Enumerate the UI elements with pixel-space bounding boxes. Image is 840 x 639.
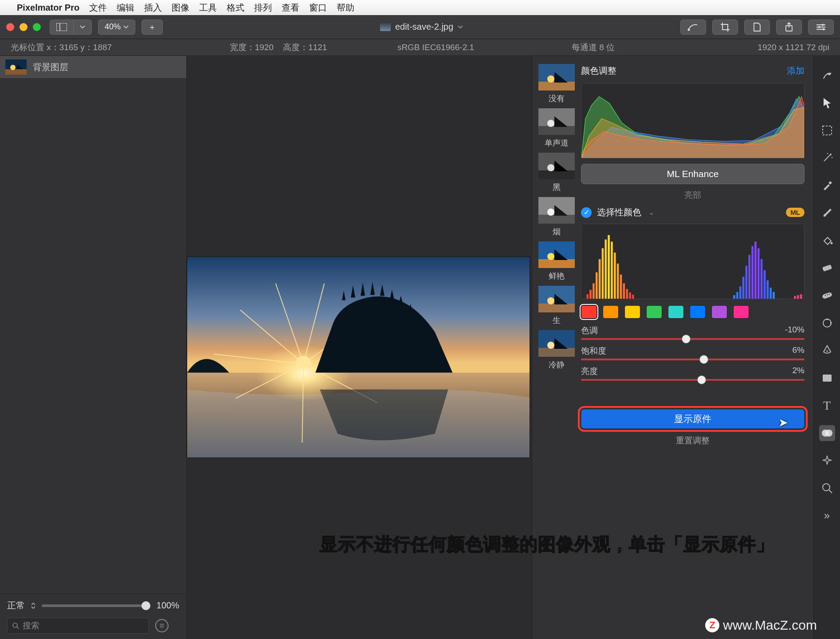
opacity-slider[interactable] [42, 604, 150, 607]
magic-wand-icon[interactable] [819, 150, 835, 166]
heal-tool-icon[interactable] [819, 288, 835, 304]
svg-rect-54 [604, 240, 607, 299]
swatch-orange[interactable] [603, 305, 619, 319]
layer-filter-button[interactable]: ≡ [155, 619, 169, 632]
menubar-format[interactable]: 格式 [227, 2, 244, 14]
zoom-selector[interactable]: 40% [98, 20, 135, 35]
preset-mono[interactable]: 单声道 [538, 108, 575, 148]
color-swatches [581, 304, 805, 320]
canvas-area[interactable]: 显示不进行任何颜色调整的图像外观，单击「显示原件」 [187, 56, 532, 639]
sidebar-dropdown-button[interactable] [74, 20, 92, 35]
preset-none[interactable]: 没有 [538, 64, 575, 104]
minimize-window-button[interactable] [20, 23, 27, 31]
swatch-yellow[interactable] [624, 305, 640, 319]
eraser-tool-icon[interactable] [819, 260, 835, 276]
reset-adjustments-button[interactable]: 重置调整 [581, 435, 805, 446]
hue-slider[interactable] [581, 338, 805, 340]
search-icon [12, 622, 19, 629]
layer-search-input[interactable]: 搜索 [7, 618, 149, 634]
menubar-arrange[interactable]: 排列 [254, 2, 272, 14]
preset-vivid[interactable]: 鲜艳 [538, 241, 575, 281]
preset-label: 鲜艳 [549, 271, 565, 281]
watermark-text: www.MacZ.com [723, 618, 817, 633]
luminance-slider[interactable] [581, 379, 805, 381]
close-window-button[interactable] [6, 23, 14, 31]
menubar-window[interactable]: 窗口 [309, 2, 327, 14]
menubar-insert[interactable]: 插入 [144, 2, 162, 14]
swatch-red[interactable] [581, 305, 597, 319]
menubar-edit[interactable]: 编辑 [117, 2, 134, 14]
swatch-magenta[interactable] [733, 305, 749, 319]
bucket-tool-icon[interactable] [819, 233, 835, 248]
transform-tool-icon[interactable] [819, 315, 835, 331]
toolbar-right-actions [680, 20, 834, 35]
svg-rect-64 [733, 295, 735, 299]
main-area: 背景图层 正常 100% 搜索 ≡ [0, 56, 840, 639]
show-original-label: 显示原件 [674, 413, 711, 425]
menubar-help[interactable]: 帮助 [337, 2, 354, 14]
lum-label: 亮度 [581, 366, 598, 377]
color-picker-tool-button[interactable] [680, 20, 706, 35]
svg-rect-88 [822, 264, 832, 272]
selective-color-title: 选择性颜色 [597, 206, 641, 218]
crop-tool-button[interactable] [712, 20, 738, 35]
svg-rect-55 [608, 235, 610, 299]
ml-enhance-button[interactable]: ML Enhance [581, 164, 805, 184]
fullscreen-window-button[interactable] [33, 23, 41, 31]
menubar-file[interactable]: 文件 [89, 2, 107, 14]
pen-tool-icon[interactable] [819, 343, 835, 359]
svg-rect-80 [800, 294, 802, 299]
show-original-button[interactable]: 显示原件 ➤ [581, 409, 805, 429]
sidebar-toggle-button[interactable] [50, 20, 74, 35]
page-tool-button[interactable] [744, 20, 770, 35]
zoom-tool-icon[interactable] [819, 480, 835, 496]
effects-tool-icon[interactable] [819, 453, 835, 469]
paint-tool-icon[interactable] [819, 67, 835, 83]
more-tools-icon[interactable]: » [819, 508, 835, 524]
arrow-tool-icon[interactable] [819, 95, 835, 111]
marquee-tool-icon[interactable] [819, 122, 835, 138]
menubar-image[interactable]: 图像 [172, 2, 189, 14]
layer-row-background[interactable]: 背景图层 [0, 56, 186, 78]
svg-rect-78 [794, 296, 796, 299]
preset-black[interactable]: 黑 [538, 153, 575, 193]
document-filename: edit-save-2.jpg [395, 22, 453, 32]
selective-color-header[interactable]: ✓ 选择性颜色 ⌄ ML [581, 206, 805, 218]
menubar-view[interactable]: 查看 [282, 2, 299, 14]
rectangle-tool-icon[interactable] [819, 370, 835, 386]
share-button[interactable] [776, 20, 802, 35]
cursor-icon: ➤ [778, 416, 788, 430]
chevron-down-icon[interactable] [458, 25, 463, 29]
saturation-slider[interactable] [581, 359, 805, 360]
info-height: 高度：1121 [283, 43, 327, 52]
swatch-blue[interactable] [690, 305, 706, 319]
ml-badge[interactable]: ML [786, 208, 805, 217]
svg-point-92 [828, 294, 829, 295]
svg-rect-66 [739, 286, 742, 299]
preset-raw[interactable]: 生 [538, 286, 575, 326]
menubar-app-name[interactable]: Pixelmator Pro [17, 3, 79, 13]
preset-cool[interactable]: 冷静 [538, 330, 575, 370]
svg-point-94 [826, 350, 828, 352]
inspector-add-button[interactable]: 添加 [787, 65, 805, 77]
svg-rect-28 [538, 82, 575, 91]
svg-rect-71 [754, 242, 757, 299]
svg-rect-77 [773, 292, 775, 299]
svg-point-98 [823, 484, 830, 491]
swatch-green[interactable] [646, 305, 662, 319]
add-button[interactable]: ＋ [141, 20, 163, 35]
color-adjust-tool-icon[interactable] [819, 425, 835, 441]
swatch-cyan[interactable] [668, 305, 684, 319]
brush-tool-icon[interactable] [819, 205, 835, 221]
text-tool-icon[interactable]: T [819, 398, 835, 414]
updown-icon[interactable] [31, 603, 35, 609]
svg-point-41 [547, 253, 554, 260]
inspector-toggle-button[interactable] [808, 20, 834, 35]
preset-smoke[interactable]: 烟 [538, 197, 575, 237]
blend-mode-selector[interactable]: 正常 [7, 600, 25, 611]
menubar-tools[interactable]: 工具 [199, 2, 217, 14]
swatch-purple[interactable] [711, 305, 727, 319]
app-toolbar: 40% ＋ edit-save-2.jpg [0, 15, 840, 39]
eyedropper-icon[interactable] [819, 178, 835, 193]
svg-point-91 [827, 294, 828, 295]
